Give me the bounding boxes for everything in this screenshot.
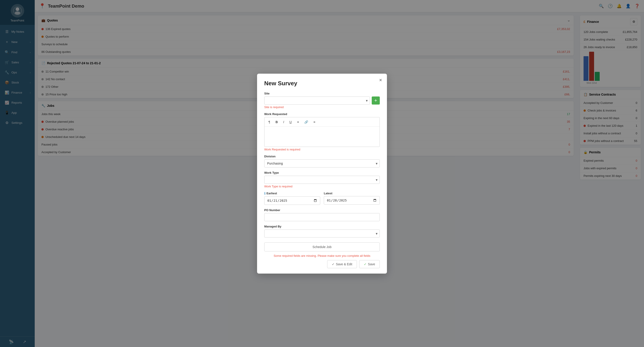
managed-by-select-wrap: ▾ [264, 230, 380, 238]
work-type-field: Work Type ▾ Work Type is required [264, 171, 380, 188]
save-button[interactable]: ✓ Save [359, 260, 380, 268]
align-btn[interactable]: ≡ [311, 119, 318, 125]
site-input-row: ▾ + [264, 96, 380, 104]
date-row: ℹ Earliest Latest [264, 192, 380, 205]
work-type-select-wrap: ▾ [264, 176, 380, 184]
schedule-job-button[interactable]: Schedule Job [264, 242, 380, 252]
latest-date-input[interactable] [324, 196, 380, 204]
underline-btn[interactable]: U [287, 119, 294, 125]
info-icon: ℹ [264, 192, 265, 195]
work-requested-editor[interactable] [264, 126, 380, 147]
division-label: Division [264, 155, 380, 158]
save-and-edit-button[interactable]: ✓ Save & Edit [327, 260, 357, 268]
work-type-label: Work Type [264, 171, 380, 174]
work-type-select[interactable] [264, 176, 380, 184]
rich-toolbar: ¶ B I U ≡ 🔗 ≡ [264, 117, 380, 126]
site-add-button[interactable]: + [372, 96, 380, 104]
work-type-error: Work Type is required [264, 185, 380, 188]
italic-btn[interactable]: I [281, 119, 286, 125]
po-number-field: PO Number [264, 208, 380, 221]
modal-footer: ✓ Save & Edit ✓ Save [264, 260, 380, 268]
modal-error-banner: Some required fields are missing. Please… [264, 254, 380, 258]
managed-by-select[interactable] [264, 230, 380, 238]
site-field: Site ▾ + Site is required [264, 92, 380, 109]
modal-close-button[interactable]: × [379, 78, 382, 82]
po-number-label: PO Number [264, 208, 380, 212]
division-select[interactable]: Purchasing Operations Sales Finance [264, 160, 380, 168]
bold-btn[interactable]: B [274, 119, 280, 125]
site-error: Site is required [264, 106, 380, 109]
site-select[interactable] [264, 96, 370, 104]
latest-label: Latest [324, 192, 380, 195]
modal-overlay[interactable]: × New Survey Site ▾ + Site is required W… [0, 0, 644, 347]
po-number-input[interactable] [264, 213, 380, 221]
check-icon: ✓ [332, 262, 334, 266]
work-requested-field: Work Requested ¶ B I U ≡ 🔗 ≡ Work Reques… [264, 112, 380, 151]
list-btn[interactable]: ≡ [295, 119, 301, 125]
work-requested-label: Work Requested [264, 112, 380, 116]
paragraph-btn[interactable]: ¶ [266, 119, 272, 125]
division-select-wrap: Purchasing Operations Sales Finance ▾ [264, 160, 380, 168]
check-icon: ✓ [364, 262, 366, 266]
earliest-label: ℹ Earliest [264, 192, 320, 195]
rich-editor-wrap: ¶ B I U ≡ 🔗 ≡ [264, 117, 380, 147]
modal-title: New Survey [264, 80, 380, 87]
division-field: Division Purchasing Operations Sales Fin… [264, 155, 380, 168]
latest-field: Latest [324, 192, 380, 205]
earliest-date-input[interactable] [264, 196, 320, 205]
managed-by-label: Managed By [264, 225, 380, 228]
new-survey-modal: × New Survey Site ▾ + Site is required W… [257, 74, 387, 274]
managed-by-field: Managed By ▾ [264, 225, 380, 238]
work-requested-error: Work Requested is required [264, 148, 380, 151]
site-select-wrap: ▾ [264, 96, 370, 104]
link-btn[interactable]: 🔗 [302, 119, 310, 125]
earliest-field: ℹ Earliest [264, 192, 320, 205]
site-label: Site [264, 92, 380, 95]
